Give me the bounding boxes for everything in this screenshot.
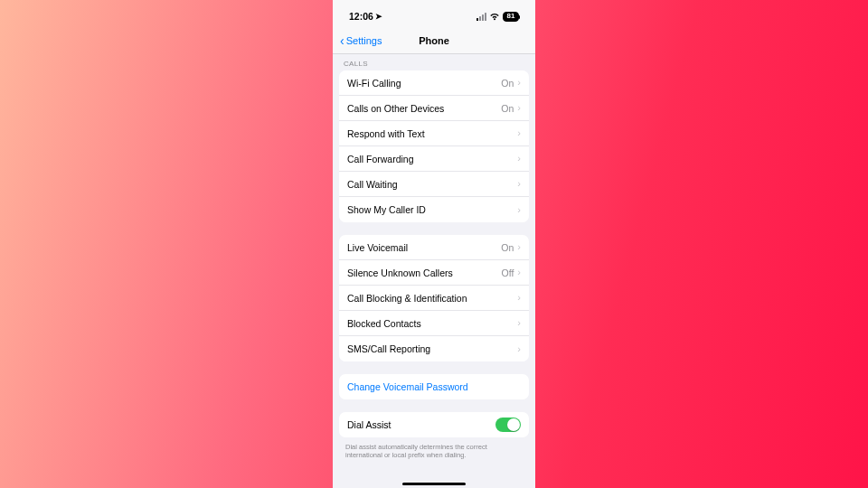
row-call-blocking-id[interactable]: Call Blocking & Identification › [339, 286, 529, 311]
dial-assist-toggle[interactable] [495, 418, 521, 432]
row-silence-unknown-callers[interactable]: Silence Unknown Callers Off › [339, 260, 529, 286]
row-call-waiting[interactable]: Call Waiting › [339, 172, 529, 197]
chevron-right-icon: › [517, 267, 521, 277]
row-calls-other-devices[interactable]: Calls on Other Devices On › [339, 96, 529, 121]
row-label: Calls on Other Devices [347, 103, 501, 114]
row-label: Dial Assist [347, 419, 495, 430]
chevron-right-icon: › [517, 154, 521, 164]
row-label: Call Blocking & Identification [347, 293, 514, 304]
row-label: Show My Caller ID [347, 204, 514, 215]
battery-level: 81 [507, 12, 515, 21]
chevron-left-icon: ‹ [340, 34, 344, 47]
row-label: Blocked Contacts [347, 318, 514, 329]
settings-content: CALLS Wi-Fi Calling On › Calls on Other … [333, 54, 535, 488]
row-call-forwarding[interactable]: Call Forwarding › [339, 146, 529, 172]
row-label: Silence Unknown Callers [347, 267, 502, 278]
chevron-right-icon: › [517, 103, 521, 113]
group-calls: Wi-Fi Calling On › Calls on Other Device… [339, 70, 529, 222]
chevron-right-icon: › [517, 242, 521, 252]
chevron-right-icon: › [517, 318, 521, 328]
status-bar: 12:06 ➤ 81 [333, 0, 535, 27]
chevron-right-icon: › [517, 78, 521, 88]
row-value: Off [502, 267, 514, 278]
group-dial-assist: Dial Assist [339, 412, 529, 437]
back-button-label: Settings [346, 35, 382, 46]
row-respond-with-text[interactable]: Respond with Text › [339, 121, 529, 146]
row-value: On [501, 103, 514, 114]
chevron-right-icon: › [517, 128, 521, 138]
row-label: Wi-Fi Calling [347, 78, 501, 89]
row-label: Call Waiting [347, 179, 514, 190]
row-change-voicemail-password[interactable]: Change Voicemail Password [339, 374, 529, 399]
location-icon: ➤ [375, 12, 382, 21]
status-time: 12:06 [349, 11, 373, 22]
group-callers: Live Voicemail On › Silence Unknown Call… [339, 235, 529, 361]
row-label: Call Forwarding [347, 154, 514, 164]
cellular-signal-icon [476, 13, 486, 21]
row-value: On [501, 242, 514, 253]
row-label: SMS/Call Reporting [347, 343, 514, 354]
row-show-my-caller-id[interactable]: Show My Caller ID › [339, 197, 529, 222]
battery-icon: 81 [503, 12, 519, 22]
row-wifi-calling[interactable]: Wi-Fi Calling On › [339, 70, 529, 96]
row-dial-assist[interactable]: Dial Assist [339, 412, 529, 437]
wifi-icon [489, 13, 500, 23]
status-right: 81 [476, 12, 519, 22]
navbar: ‹ Settings Phone [333, 27, 535, 54]
chevron-right-icon: › [517, 293, 521, 303]
section-header-calls: CALLS [333, 54, 535, 70]
chevron-right-icon: › [517, 205, 521, 215]
back-button[interactable]: ‹ Settings [340, 34, 382, 47]
row-sms-call-reporting[interactable]: SMS/Call Reporting › [339, 336, 529, 361]
row-blocked-contacts[interactable]: Blocked Contacts › [339, 311, 529, 336]
home-indicator [402, 483, 466, 485]
dial-assist-footer: Dial assist automatically determines the… [333, 439, 535, 460]
row-label: Respond with Text [347, 128, 514, 139]
chevron-right-icon: › [517, 179, 521, 189]
row-label: Change Voicemail Password [347, 381, 521, 392]
status-left: 12:06 ➤ [349, 11, 382, 22]
group-voicemail-password: Change Voicemail Password [339, 374, 529, 399]
row-live-voicemail[interactable]: Live Voicemail On › [339, 235, 529, 260]
phone-frame: 12:06 ➤ 81 ‹ Settings Phone CALLS Wi-Fi … [333, 0, 535, 488]
chevron-right-icon: › [517, 344, 521, 354]
row-value: On [501, 78, 514, 89]
row-label: Live Voicemail [347, 242, 501, 253]
